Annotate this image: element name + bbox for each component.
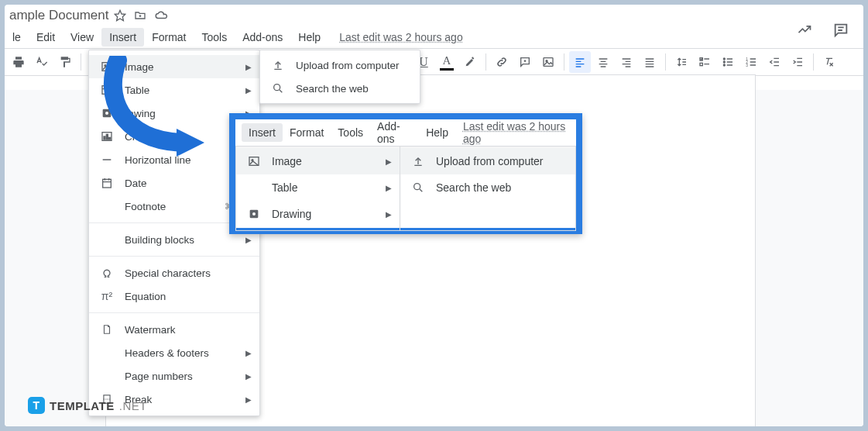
svg-point-76 (252, 212, 256, 216)
numbered-list-button[interactable]: 123 (740, 51, 762, 73)
chevron-right-icon: ▶ (245, 349, 252, 357)
logo-icon: T (28, 397, 45, 414)
menu-view[interactable]: View (63, 28, 101, 47)
menu-bar: le Edit View Insert Format Tools Add-ons… (5, 26, 863, 48)
separator (81, 53, 81, 71)
search-icon (271, 82, 285, 95)
bulleted-list-button[interactable] (717, 51, 739, 73)
align-justify-button[interactable] (639, 51, 660, 73)
pi-icon: π² (100, 290, 114, 302)
menu-separator (89, 312, 259, 313)
insert-equation-item[interactable]: π² Equation (89, 284, 259, 308)
insert-equation-label: Equation (125, 291, 166, 302)
callout-drawing-item[interactable]: Drawing ▶ (236, 201, 400, 227)
menu-separator (89, 256, 259, 257)
text-color-button[interactable]: A (436, 51, 458, 73)
callout-image-label: Image (272, 155, 302, 167)
last-edit-link[interactable]: Last edit was 2 hours ago (339, 31, 463, 43)
callout-menu-help[interactable]: Help (419, 123, 455, 142)
callout-search-label: Search the web (436, 181, 511, 194)
chevron-right-icon: ▶ (386, 157, 392, 166)
menu-edit[interactable]: Edit (29, 28, 63, 47)
document-title[interactable]: ample Document (9, 8, 109, 23)
insert-pagenum-item[interactable]: Page numbers ▶ (89, 364, 259, 388)
callout-menu-addons[interactable]: Add-ons (370, 117, 419, 148)
spellcheck-icon[interactable] (31, 51, 53, 73)
insert-headers-label: Headers & footers (125, 347, 209, 359)
menu-tools[interactable]: Tools (194, 28, 235, 47)
callout-drawing-label: Drawing (272, 208, 311, 220)
callout-image-item[interactable]: Image ▶ (236, 148, 400, 174)
svg-line-80 (420, 189, 422, 191)
template-net-watermark: T TEMPLATE.NET (28, 397, 147, 414)
callout-menubar: Insert Format Tools Add-ons Help Last ed… (235, 119, 576, 146)
svg-point-33 (723, 61, 725, 63)
callout-last-edit[interactable]: Last edit was 2 hours ago (463, 120, 570, 145)
decrease-indent-button[interactable] (763, 51, 785, 73)
star-icon[interactable] (114, 9, 126, 22)
search-web-item[interactable]: Search the web (260, 77, 420, 100)
insert-date-label: Date (125, 178, 147, 189)
callout-menu-insert[interactable]: Insert (242, 123, 283, 142)
separator (564, 53, 564, 71)
menu-help[interactable]: Help (290, 28, 328, 47)
add-comment-icon[interactable] (514, 51, 536, 73)
svg-point-79 (414, 184, 420, 190)
svg-line-72 (280, 90, 282, 92)
menu-addons[interactable]: Add-ons (235, 28, 290, 47)
svg-point-35 (723, 64, 725, 66)
chevron-right-icon: ▶ (245, 63, 252, 71)
align-left-button[interactable] (569, 51, 591, 73)
insert-special-label: Special characters (125, 267, 211, 279)
app-window: ample Document le Edit View Insert Forma… (5, 5, 863, 426)
menu-format[interactable]: Format (144, 28, 194, 47)
separator (485, 53, 486, 71)
callout-menu-format[interactable]: Format (283, 123, 331, 142)
chevron-right-icon: ▶ (245, 236, 252, 244)
chevron-right-icon: ▶ (245, 86, 252, 95)
callout-menu-tools[interactable]: Tools (331, 123, 370, 142)
callout-table-item[interactable]: Table ▶ (236, 174, 400, 201)
upload-icon (271, 59, 285, 71)
align-right-button[interactable] (616, 51, 637, 73)
callout-upload-item[interactable]: Upload from computer (400, 148, 575, 174)
callout-insert-dropdown: Image ▶ Table ▶ Drawing ▶ (235, 146, 400, 231)
svg-point-71 (274, 84, 280, 91)
callout-highlight: Insert Format Tools Add-ons Help Last ed… (229, 113, 582, 234)
align-center-button[interactable] (592, 51, 614, 73)
cloud-status-icon[interactable] (154, 9, 168, 22)
insert-watermark-label: Watermark (125, 324, 176, 336)
callout-table-label: Table (272, 181, 297, 194)
insert-image-icon[interactable] (537, 51, 559, 73)
separator (665, 53, 666, 71)
insert-watermark-item[interactable]: Watermark (89, 318, 259, 341)
svg-marker-0 (115, 10, 125, 20)
chevron-right-icon: ▶ (386, 210, 392, 219)
move-folder-icon[interactable] (134, 9, 146, 22)
insert-link-icon[interactable] (491, 51, 513, 73)
image-submenu: Upload from computer Search the web (259, 50, 420, 104)
insert-blocks-label: Building blocks (125, 234, 194, 246)
chevron-right-icon: ▶ (245, 372, 252, 381)
paint-format-icon[interactable] (54, 51, 76, 73)
watermark-brand: TEMPLATE (50, 399, 115, 412)
svg-rect-63 (103, 179, 112, 188)
menu-insert[interactable]: Insert (101, 28, 144, 47)
upload-from-computer-item[interactable]: Upload from computer (260, 53, 420, 77)
svg-marker-81 (177, 129, 204, 157)
line-spacing-button[interactable] (671, 51, 692, 73)
clear-formatting-button[interactable] (818, 51, 840, 73)
callout-search-item[interactable]: Search the web (400, 174, 575, 201)
svg-rect-29 (700, 63, 702, 65)
increase-indent-button[interactable] (787, 51, 808, 73)
checklist-button[interactable] (694, 51, 715, 73)
chevron-right-icon: ▶ (386, 184, 392, 192)
highlight-button[interactable] (459, 51, 481, 73)
upload-icon (411, 155, 425, 167)
callout-upload-label: Upload from computer (436, 155, 544, 167)
insert-special-chars-item[interactable]: Special characters (89, 261, 259, 284)
print-icon[interactable] (8, 51, 29, 73)
insert-headers-item[interactable]: Headers & footers ▶ (89, 341, 259, 364)
menu-file[interactable]: le (5, 28, 29, 47)
chevron-right-icon: ▶ (245, 395, 252, 404)
